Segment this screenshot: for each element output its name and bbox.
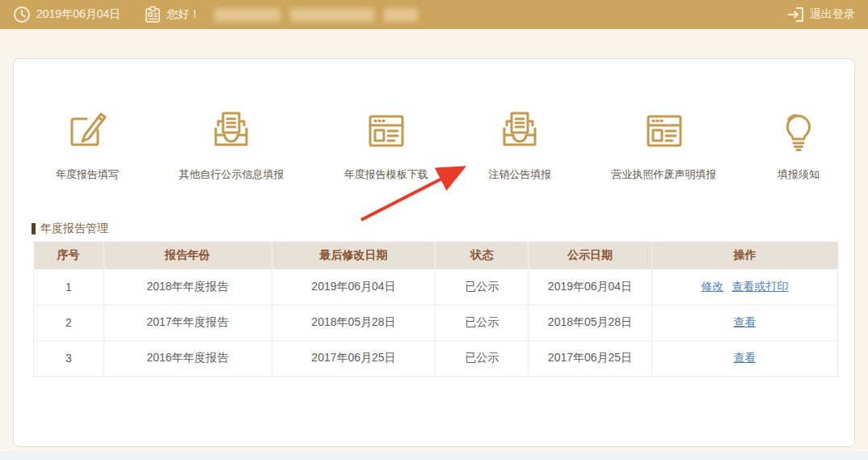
table-row: 2 2017年年度报告 2018年05月28日 已公示 2018年05月28日 … [34, 305, 838, 340]
cell-publish-date: 2018年05月28日 [528, 305, 651, 340]
shortcut-label: 营业执照作废声明填报 [612, 167, 717, 182]
template-window-icon [643, 109, 686, 153]
logout-label: 退出登录 [810, 7, 855, 22]
cell-status: 已公示 [436, 269, 528, 305]
cell-report-year: 2018年年度报告 [103, 269, 272, 305]
redacted-user-name [214, 8, 418, 22]
col-header-status: 状态 [436, 242, 528, 269]
col-header-report-year: 报告年份 [103, 242, 272, 269]
clock-icon [13, 6, 31, 23]
shortcut-label: 填报须知 [777, 167, 820, 182]
shortcut-annual-report-fill[interactable]: 年度报告填写 [56, 109, 119, 182]
shortcut-label: 年度报告填写 [56, 167, 119, 182]
shortcut-filing-instructions[interactable]: 填报须知 [777, 109, 820, 182]
table-row: 1 2018年年度报告 2019年06月04日 已公示 2019年06月04日 … [34, 269, 838, 305]
cell-operations: 查看 [652, 340, 838, 376]
shortcut-license-invalidation[interactable]: 营业执照作废声明填报 [612, 109, 717, 182]
current-date: 2019年06月04日 [36, 7, 120, 22]
cell-operations: 修改查看或打印 [652, 269, 838, 305]
shortcut-cancellation-announcement[interactable]: 注销公告填报 [488, 109, 551, 182]
shortcut-label: 年度报告模板下载 [344, 167, 428, 182]
cell-last-modified: 2018年05月28日 [272, 305, 436, 340]
shortcut-other-disclosure[interactable]: 其他自行公示信息填报 [179, 109, 284, 182]
shortcuts-row: 年度报告填写 其他自行公示信息填报 年度报告模板下载 [56, 109, 820, 182]
cell-no: 1 [34, 269, 104, 305]
cell-publish-date: 2017年06月25日 [528, 340, 651, 376]
section-bullet [32, 223, 36, 234]
cell-report-year: 2017年年度报告 [103, 305, 272, 340]
cell-no: 3 [34, 340, 104, 376]
id-badge-icon [145, 6, 161, 23]
table-header-row: 序号 报告年份 最后修改日期 状态 公示日期 操作 [34, 242, 838, 269]
col-header-operation: 操作 [652, 242, 838, 269]
cell-publish-date: 2019年06月04日 [528, 269, 651, 305]
view-link[interactable]: 查看 [734, 315, 756, 328]
cell-status: 已公示 [436, 340, 528, 376]
submit-inbox-icon [209, 109, 253, 153]
col-header-no: 序号 [34, 242, 104, 269]
modify-link[interactable]: 修改 [702, 280, 724, 293]
annual-report-table: 序号 报告年份 最后修改日期 状态 公示日期 操作 1 2018年年度报告 20… [33, 242, 838, 377]
template-window-icon [364, 109, 408, 153]
cell-operations: 查看 [652, 305, 838, 340]
cell-last-modified: 2017年06月25日 [272, 340, 436, 376]
section-title-annual-report-management: 年度报告管理 [32, 222, 108, 236]
shortcut-label: 注销公告填报 [488, 167, 551, 182]
topbar-date-group: 2019年06月04日 [13, 6, 120, 23]
cell-no: 2 [34, 305, 104, 340]
main-panel: 年度报告填写 其他自行公示信息填报 年度报告模板下载 [13, 58, 855, 447]
table-row: 3 2016年年度报告 2017年06月25日 已公示 2017年06月25日 … [34, 340, 838, 376]
edit-square-icon [65, 109, 109, 153]
cell-status: 已公示 [436, 305, 528, 340]
shortcut-label: 其他自行公示信息填报 [179, 167, 284, 182]
section-title-text: 年度报告管理 [40, 222, 108, 236]
col-header-publish-date: 公示日期 [528, 242, 651, 269]
shortcut-template-download[interactable]: 年度报告模板下载 [344, 109, 428, 182]
submit-inbox-icon [498, 109, 541, 153]
logout-icon [786, 6, 804, 23]
topbar: 2019年06月04日 您好！ 退出登录 [0, 0, 868, 29]
view-or-print-link[interactable]: 查看或打印 [732, 280, 789, 293]
topbar-user-group: 您好！ [145, 6, 418, 23]
cell-last-modified: 2019年06月04日 [272, 269, 436, 305]
logout-button[interactable]: 退出登录 [786, 6, 855, 23]
greeting-text: 您好！ [166, 7, 200, 22]
bottom-strip [0, 451, 868, 460]
cell-report-year: 2016年年度报告 [103, 340, 272, 376]
col-header-last-modified: 最后修改日期 [272, 242, 436, 269]
view-link[interactable]: 查看 [734, 351, 756, 364]
lightbulb-icon [777, 109, 820, 153]
